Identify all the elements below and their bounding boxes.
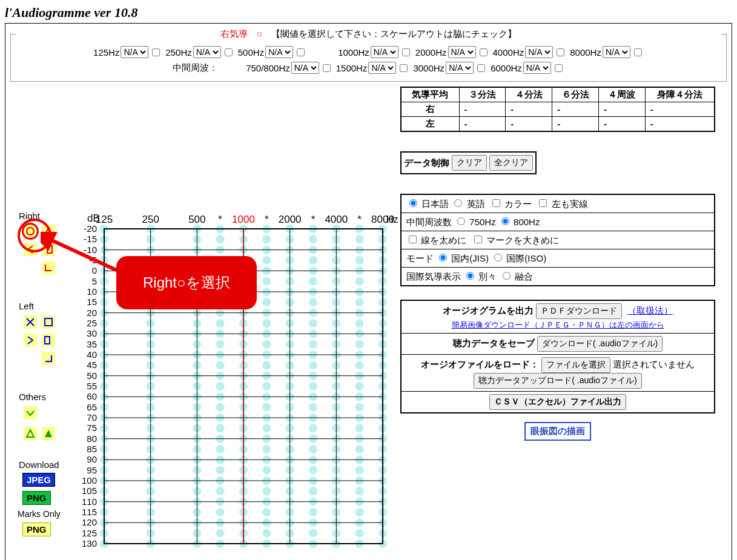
data-control-panel: データ制御 クリア 全クリア xyxy=(400,151,537,174)
clear-button[interactable]: クリア xyxy=(452,155,487,171)
svg-point-156 xyxy=(262,361,271,369)
left-solid-checkbox[interactable]: 左も実線 xyxy=(537,199,587,209)
left-nr-mark[interactable] xyxy=(42,352,55,365)
frequency-row-main: 125Hz N/A 250Hz N/A 500Hz N/A 1000Hz N/A… xyxy=(16,46,721,58)
avg-header: ４周波 xyxy=(599,87,646,102)
callout-bubble: Right○を選択 xyxy=(116,256,257,309)
lang-japanese-radio[interactable]: 日本語 xyxy=(406,199,449,209)
avg-header: 身障４分法 xyxy=(645,87,715,102)
chart-panel: Right○を選択 Right Left Others Download xyxy=(10,87,398,560)
svg-point-245 xyxy=(309,445,317,453)
freq-scaleout-250Hz[interactable] xyxy=(225,48,233,56)
left-ac-mark[interactable] xyxy=(24,315,37,329)
thick-line-checkbox[interactable]: 線を太めに xyxy=(406,235,466,245)
svg-text:250: 250 xyxy=(142,214,159,225)
freq-scaleout-500Hz[interactable] xyxy=(297,48,305,56)
freq-500Hz: 500Hz N/A xyxy=(238,46,306,58)
color-checkbox[interactable]: カラー xyxy=(490,199,532,209)
svg-text:Hz: Hz xyxy=(386,214,398,225)
freq-1000Hz: 1000Hz N/A xyxy=(338,46,412,58)
svg-point-223 xyxy=(309,424,317,432)
freq-select-3000Hz[interactable]: N/A xyxy=(446,62,474,74)
freq-125Hz: 125Hz N/A xyxy=(93,46,162,58)
svg-point-25 xyxy=(309,235,317,243)
intl-separate-radio[interactable]: 別々 xyxy=(463,271,497,282)
svg-text:110: 110 xyxy=(82,496,97,507)
left-ac-masked-mark[interactable] xyxy=(42,315,55,329)
download-png-button[interactable]: PNG xyxy=(22,491,51,505)
freq-select-1500Hz[interactable]: N/A xyxy=(368,62,396,74)
freq-select-500Hz[interactable]: N/A xyxy=(265,46,293,58)
freq-scaleout-125Hz[interactable] xyxy=(152,48,160,56)
freq-scaleout-4000Hz[interactable] xyxy=(557,48,564,56)
mode-jis-radio[interactable]: 国内(JIS) xyxy=(436,253,489,263)
svg-text:35: 35 xyxy=(87,339,97,349)
svg-point-199 xyxy=(216,403,225,412)
left-bc-masked-mark[interactable] xyxy=(42,334,55,347)
intl-merge-radio[interactable]: 融合 xyxy=(500,271,533,282)
svg-point-309 xyxy=(216,508,225,516)
choose-file-button[interactable]: ファイルを選択 xyxy=(541,357,610,373)
svg-point-68 xyxy=(262,277,271,286)
pdf-download-button[interactable]: ＰＤＦダウンロード xyxy=(536,303,622,319)
svg-point-222 xyxy=(262,424,271,432)
threshold-fieldset: 右気導 ○ 【閾値を選択して下さい：スケールアウトは脇にチェック】 125Hz … xyxy=(10,28,727,82)
manual-link[interactable]: （取扱法） xyxy=(627,305,673,315)
svg-text:*: * xyxy=(265,214,269,225)
svg-point-268 xyxy=(355,466,364,475)
freq-scaleout-1500Hz[interactable] xyxy=(400,64,408,72)
svg-point-221 xyxy=(216,424,225,432)
lang-english-radio[interactable]: 英語 xyxy=(451,199,484,209)
mode-iso-radio[interactable]: 国際(ISO) xyxy=(491,253,546,263)
download-audio-button[interactable]: ダウンロード( .audioファイル) xyxy=(537,336,663,352)
freq-scaleout-2000Hz[interactable] xyxy=(480,48,487,56)
svg-text:115: 115 xyxy=(82,507,97,517)
freq-scaleout-1000Hz[interactable] xyxy=(402,48,410,56)
others-label: Others xyxy=(19,392,46,402)
mid-freq-label: 中間周波： xyxy=(173,62,218,74)
midfreq-750-radio[interactable]: 750Hz xyxy=(454,217,496,227)
svg-text:100: 100 xyxy=(82,475,97,486)
freq-scaleout-750/800Hz[interactable] xyxy=(323,64,331,72)
svg-point-69 xyxy=(309,277,317,286)
midfreq-800-radio[interactable]: 800Hz xyxy=(498,217,540,227)
clear-all-button[interactable]: 全クリア xyxy=(489,155,533,171)
freq-select-250Hz[interactable]: N/A xyxy=(193,46,221,58)
svg-point-289 xyxy=(309,487,317,495)
freq-select-2000Hz[interactable]: N/A xyxy=(448,46,476,58)
download-marks-png-button[interactable]: PNG xyxy=(22,522,51,536)
svg-text:500: 500 xyxy=(188,214,205,225)
freq-select-8000Hz[interactable]: N/A xyxy=(603,46,630,58)
svg-point-70 xyxy=(355,277,364,286)
svg-text:50: 50 xyxy=(87,371,97,381)
simple-download-note[interactable]: 簡易画像ダウンロード（ＪＰＥＧ・ＰＮＧ）は左の画面から xyxy=(452,320,664,329)
others-triangle-fill-mark[interactable] xyxy=(42,427,55,440)
freq-select-1000Hz[interactable]: N/A xyxy=(371,46,398,58)
svg-point-114 xyxy=(355,319,364,328)
freq-scaleout-6000Hz[interactable] xyxy=(555,64,563,72)
svg-text:90: 90 xyxy=(87,454,97,464)
freq-scaleout-8000Hz[interactable] xyxy=(634,48,642,56)
download-jpeg-button[interactable]: JPEG xyxy=(22,473,55,487)
freq-250Hz: 250Hz N/A xyxy=(165,46,234,58)
freq-select-750/800Hz[interactable]: N/A xyxy=(291,62,319,74)
freq-scaleout-3000Hz[interactable] xyxy=(477,64,485,72)
svg-point-243 xyxy=(216,445,225,453)
svg-text:20: 20 xyxy=(87,308,97,318)
nystagmus-button[interactable]: 眼振図の描画 xyxy=(524,422,591,441)
audiogram-chart[interactable]: -20-15-10-505101520253035404550556065707… xyxy=(10,87,398,560)
others-down-mark[interactable] xyxy=(24,406,37,420)
app-title: l'Audiogramme ver 10.8 xyxy=(5,5,732,21)
svg-point-310 xyxy=(262,508,271,516)
svg-text:*: * xyxy=(311,214,316,225)
big-mark-checkbox[interactable]: マークを大きめに xyxy=(472,235,559,245)
csv-export-button[interactable]: ＣＳＶ（エクセル）ファイル出力 xyxy=(489,394,626,410)
left-bc-mark[interactable] xyxy=(24,334,37,347)
avg-cell: - xyxy=(599,117,646,132)
others-triangle-open-mark[interactable] xyxy=(24,427,37,440)
freq-select-6000Hz[interactable]: N/A xyxy=(523,62,551,74)
freq-select-4000Hz[interactable]: N/A xyxy=(525,46,553,58)
freq-select-125Hz[interactable]: N/A xyxy=(121,46,148,58)
svg-point-158 xyxy=(355,361,364,369)
upload-audio-button[interactable]: 聴力データアップロード( .audioファイル) xyxy=(474,373,641,389)
